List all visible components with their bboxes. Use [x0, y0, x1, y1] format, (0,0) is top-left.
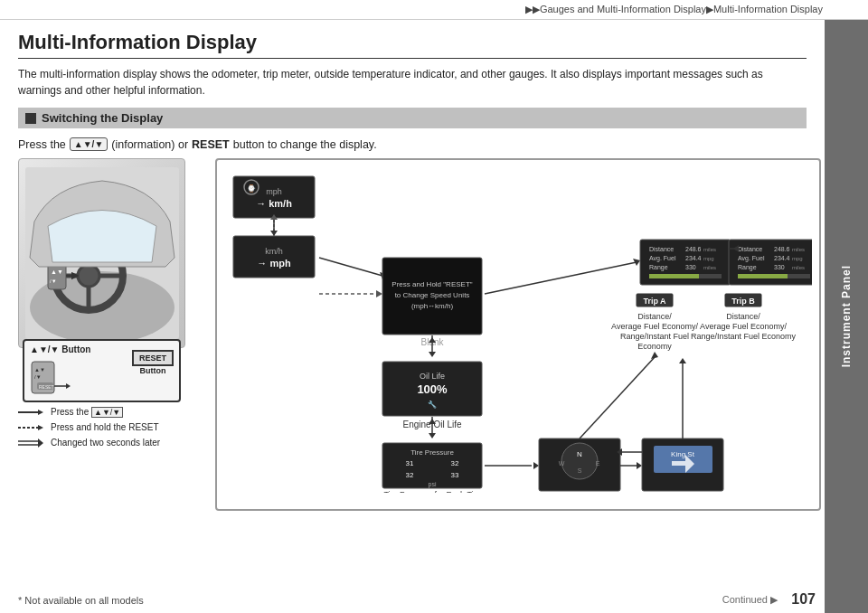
svg-text:330: 330: [685, 264, 696, 270]
svg-line-127: [580, 357, 655, 439]
svg-text:/▼: /▼: [34, 374, 42, 380]
svg-marker-59: [429, 433, 436, 439]
svg-text:Tire Pressure for Each Tire: Tire Pressure for Each Tire: [383, 490, 480, 493]
section-heading-text: Switching the Display: [42, 111, 163, 125]
svg-text:King St: King St: [671, 450, 695, 458]
svg-text:Oil Life: Oil Life: [420, 372, 445, 381]
svg-marker-69: [533, 462, 539, 469]
svg-text:⌚: ⌚: [247, 184, 256, 193]
svg-text:to Change Speed Units: to Change Speed Units: [395, 291, 470, 299]
svg-line-125: [485, 262, 637, 294]
page-number: 107: [791, 591, 816, 608]
svg-text:Avg. Fuel: Avg. Fuel: [649, 255, 676, 262]
svg-text:N: N: [577, 450, 582, 458]
svg-text:mpg: mpg: [792, 256, 803, 261]
continued-label: Continued ▶: [722, 594, 778, 606]
svg-text:Range: Range: [738, 264, 757, 271]
car-section: ▲▼ /▼: [18, 158, 208, 511]
svg-text:/▼: /▼: [50, 278, 57, 284]
page-description: The multi-information display shows the …: [18, 66, 807, 99]
svg-marker-50: [429, 352, 436, 357]
svg-text:🔧: 🔧: [428, 400, 437, 409]
svg-text:Distance/: Distance/: [637, 312, 672, 321]
double-arrow-icon: [18, 438, 45, 448]
svg-text:234.4: 234.4: [685, 255, 702, 261]
svg-text:miles: miles: [792, 265, 805, 270]
instrument-panel-tab: Instrument Panel: [825, 20, 868, 613]
svg-text:100%: 100%: [417, 382, 448, 396]
svg-text:S: S: [578, 467, 582, 474]
svg-text:Trip A: Trip A: [643, 297, 666, 306]
svg-marker-128: [651, 352, 658, 359]
footnote: * Not available on all models: [18, 595, 144, 606]
legend-press-text: Press the ▲▼/▼: [51, 407, 123, 417]
svg-text:Range/Instant Fuel Economy: Range/Instant Fuel Economy: [691, 332, 797, 341]
legend-changed-text: Changed two seconds later: [51, 438, 160, 448]
svg-text:km/h: km/h: [265, 247, 283, 256]
svg-marker-25: [38, 439, 43, 448]
svg-text:E: E: [596, 460, 600, 467]
svg-marker-78: [637, 462, 642, 469]
svg-text:W: W: [559, 460, 565, 467]
svg-text:33: 33: [451, 471, 459, 479]
callout-button-label: ▲▼/▼ Button: [30, 344, 127, 354]
svg-text:32: 32: [406, 471, 414, 479]
svg-text:31: 31: [406, 459, 414, 467]
section-heading: Switching the Display: [18, 108, 807, 128]
reset-label: RESET: [132, 350, 174, 366]
legend-hold-text: Press and hold the RESET: [51, 422, 159, 432]
legend-hold: Press and hold the RESET: [18, 422, 208, 433]
section-icon: [25, 113, 36, 124]
svg-text:Trip B: Trip B: [731, 297, 755, 306]
svg-text:Press and Hold "RESET": Press and Hold "RESET": [392, 280, 472, 288]
reset-text: RESET: [192, 138, 230, 151]
svg-marker-20: [38, 410, 43, 415]
page-title: Multi-Information Display: [18, 31, 807, 59]
button-callout-box: ▲▼/▼ Button ▲▼ /▼ RESET: [23, 339, 181, 402]
svg-text:(mph↔km/h): (mph↔km/h): [411, 302, 454, 310]
svg-rect-33: [233, 236, 315, 278]
svg-text:248.6: 248.6: [685, 246, 702, 252]
svg-text:234.4: 234.4: [774, 255, 790, 261]
breadcrumb-text: ▶▶Gauges and Multi-Information Display▶M…: [525, 4, 823, 15]
svg-text:248.6: 248.6: [774, 246, 790, 252]
svg-text:▲▼: ▲▼: [34, 367, 45, 373]
svg-text:miles: miles: [792, 247, 805, 252]
svg-text:RESET: RESET: [39, 384, 54, 390]
breadcrumb: ▶▶Gauges and Multi-Information Display▶M…: [0, 0, 868, 20]
svg-text:Range/Instant Fuel: Range/Instant Fuel: [620, 332, 689, 341]
legend-button-icon: ▲▼/▼: [91, 407, 123, 418]
svg-point-71: [561, 443, 598, 479]
svg-text:Average Fuel Economy/: Average Fuel Economy/: [700, 322, 787, 331]
svg-marker-22: [38, 425, 43, 430]
press-instruction: Press the ▲▼/▼ (information) or RESET bu…: [18, 137, 807, 151]
diagram-right: mph → km/h ⌚ km/h → mph: [215, 158, 821, 511]
svg-text:Distance/: Distance/: [726, 312, 760, 321]
svg-text:Range: Range: [649, 264, 668, 271]
press-prefix: Press the: [18, 138, 66, 151]
svg-text:Economy: Economy: [637, 342, 672, 351]
press-end: button to change the display.: [233, 138, 377, 151]
car-svg: ▲▼ /▼: [25, 167, 179, 339]
svg-text:mph: mph: [266, 187, 282, 196]
svg-marker-130: [679, 358, 686, 363]
svg-text:psi: psi: [429, 481, 437, 488]
diagram-area: ▲▼ /▼: [18, 158, 807, 511]
car-image: ▲▼ /▼: [18, 158, 185, 348]
info-button-icon: ▲▼/▼: [70, 137, 108, 151]
press-suffix: (information) or: [111, 138, 188, 151]
svg-text:▲▼: ▲▼: [51, 269, 63, 275]
svg-text:→ mph: → mph: [257, 258, 291, 269]
main-content: Multi-Information Display The multi-info…: [0, 20, 825, 613]
svg-line-40: [319, 258, 382, 276]
dashed-arrow-icon: [18, 422, 45, 433]
svg-marker-39: [376, 290, 382, 297]
legend-area: Press the ▲▼/▼ Press and hold the RESET: [18, 407, 208, 453]
svg-text:mpg: mpg: [703, 256, 714, 261]
svg-text:miles: miles: [703, 247, 716, 252]
legend-changed: Changed two seconds later: [18, 438, 208, 448]
svg-text:330: 330: [774, 264, 785, 270]
svg-text:32: 32: [451, 459, 459, 467]
legend-press: Press the ▲▼/▼: [18, 407, 208, 418]
svg-text:Average Fuel Economy/: Average Fuel Economy/: [611, 322, 698, 331]
